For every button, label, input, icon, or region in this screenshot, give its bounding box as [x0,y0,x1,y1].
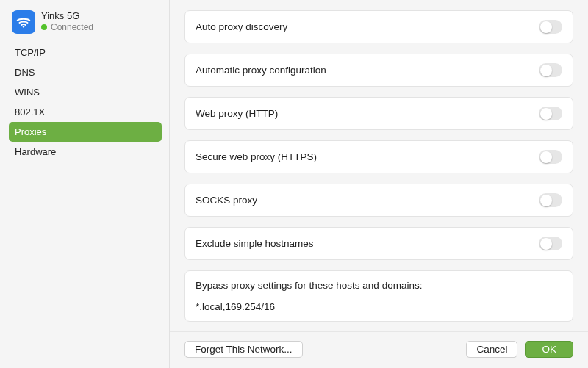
footer: Forget This Network... Cancel OK [170,331,588,368]
setting-label: Web proxy (HTTP) [196,108,278,119]
connection-status: Connected [41,22,93,32]
network-title-group: Yinks 5G Connected [41,10,93,32]
network-name: Yinks 5G [41,10,93,21]
toggle-automatic-proxy-configuration[interactable] [539,63,562,77]
network-header: Yinks 5G Connected [9,7,162,43]
setting-exclude-simple-hostnames: Exclude simple hostnames [184,227,573,260]
toggle-exclude-simple-hostnames[interactable] [539,237,562,250]
sidebar-item-8021x[interactable]: 802.1X [9,102,162,122]
svg-point-0 [23,26,24,27]
toggle-knob-icon [540,21,552,33]
sidebar-item-hardware[interactable]: Hardware [9,142,162,162]
main-panel: Auto proxy discovery Automatic proxy con… [170,0,588,368]
setting-web-proxy-http: Web proxy (HTTP) [184,97,573,130]
bypass-hosts-field[interactable]: *.local,169.254/16 [196,301,562,312]
sidebar: Yinks 5G Connected TCP/IP DNS WINS 802.1… [0,0,169,368]
toggle-secure-web-proxy-https[interactable] [539,150,562,164]
sidebar-item-dns[interactable]: DNS [9,62,162,82]
wifi-icon [12,10,35,34]
toggle-knob-icon [540,238,552,250]
toggle-socks-proxy[interactable] [539,193,562,207]
toggle-knob-icon [540,108,552,120]
setting-socks-proxy: SOCKS proxy [184,184,573,217]
toggle-knob-icon [540,151,552,163]
proxy-settings-list: Auto proxy discovery Automatic proxy con… [170,0,588,331]
bypass-title: Bypass proxy settings for these hosts an… [196,280,562,291]
toggle-knob-icon [540,195,552,206]
cancel-button[interactable]: Cancel [466,341,517,358]
toggle-auto-proxy-discovery[interactable] [539,20,562,34]
ok-button[interactable]: OK [525,341,573,358]
sidebar-nav: TCP/IP DNS WINS 802.1X Proxies Hardware [9,43,162,162]
sidebar-item-wins[interactable]: WINS [9,82,162,102]
setting-label: SOCKS proxy [196,195,257,206]
setting-automatic-proxy-configuration: Automatic proxy configuration [184,54,573,87]
status-text: Connected [51,22,93,32]
bypass-proxy-box: Bypass proxy settings for these hosts an… [184,270,573,322]
setting-label: Secure web proxy (HTTPS) [196,151,317,162]
status-dot-icon [41,24,47,30]
sidebar-item-tcpip[interactable]: TCP/IP [9,43,162,62]
setting-label: Automatic proxy configuration [196,65,326,76]
sidebar-item-proxies[interactable]: Proxies [9,122,162,142]
toggle-web-proxy-http[interactable] [539,107,562,120]
setting-secure-web-proxy-https: Secure web proxy (HTTPS) [184,140,573,173]
forget-network-button[interactable]: Forget This Network... [184,341,303,358]
setting-label: Auto proxy discovery [196,21,287,32]
setting-auto-proxy-discovery: Auto proxy discovery [184,10,573,43]
toggle-knob-icon [540,65,552,76]
setting-label: Exclude simple hostnames [196,238,314,249]
